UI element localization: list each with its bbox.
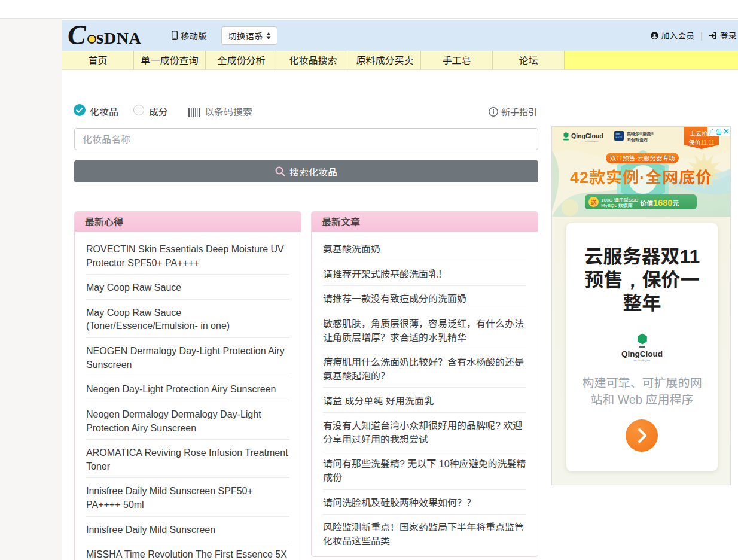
svg-text:technologies: technologies [585, 139, 598, 142]
svg-text:云创新基石: 云创新基石 [627, 136, 648, 142]
svg-text:QingCloud: QingCloud [571, 132, 603, 139]
svg-text:intel: intel [616, 132, 620, 135]
svg-text:英特尔®至强®: 英特尔®至强® [626, 130, 654, 136]
svg-text:EPYC: EPYC [615, 136, 624, 139]
